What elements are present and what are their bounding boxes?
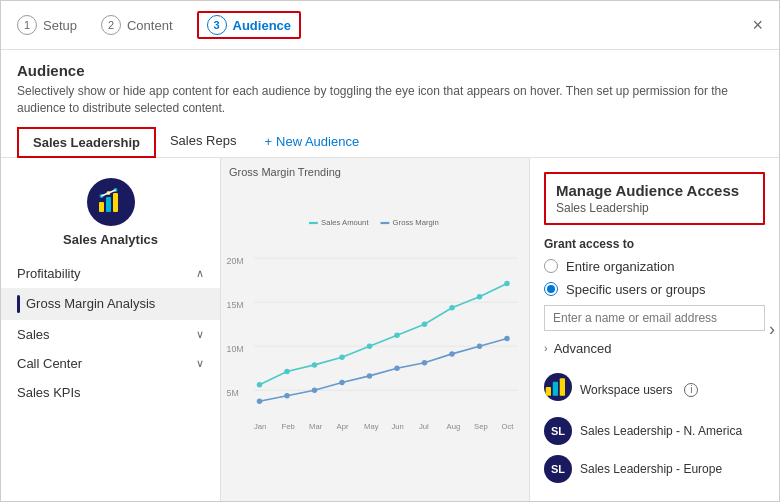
chart-label: Gross Margin Trending	[229, 166, 341, 178]
advanced-label: Advanced	[554, 341, 612, 356]
nav-label-call-center: Call Center	[17, 356, 82, 371]
step-content[interactable]: 2 Content	[101, 15, 173, 35]
svg-point-17	[339, 354, 345, 360]
svg-point-33	[504, 335, 510, 341]
svg-point-19	[394, 332, 400, 338]
nav-label-sales-kpis: Sales KPIs	[17, 385, 81, 400]
svg-point-23	[504, 280, 510, 286]
svg-point-20	[422, 321, 428, 327]
radio-specific-users-label: Specific users or groups	[566, 282, 705, 297]
radio-specific-users[interactable]: Specific users or groups	[544, 282, 765, 297]
workspace-users-label: Workspace users	[580, 383, 672, 397]
avatar-na: SL	[544, 417, 572, 445]
svg-point-21	[449, 305, 455, 311]
advanced-row[interactable]: › Advanced	[544, 341, 765, 356]
new-audience-label: New Audience	[276, 134, 359, 149]
nav-item-call-center[interactable]: Call Center ∨	[1, 349, 220, 378]
svg-point-27	[339, 379, 345, 385]
tab-sales-reps[interactable]: Sales Reps	[156, 127, 250, 156]
radio-specific-users-circle	[544, 282, 558, 296]
nav-label-gross-margin: Gross Margin Analysis	[26, 296, 155, 311]
plus-icon: +	[264, 134, 272, 149]
user-item-europe: SL Sales Leadership - Europe	[544, 450, 765, 488]
chevron-sales: ∨	[196, 328, 204, 341]
modal-container: 1 Setup 2 Content 3 Audience × Audience …	[0, 0, 780, 502]
app-name: Sales Analytics	[63, 232, 158, 247]
user-name-na: Sales Leadership - N. America	[580, 424, 742, 438]
preview-area: Gross Margin Trending 20M 15M 10M 5M	[221, 158, 529, 501]
svg-text:15M: 15M	[227, 299, 244, 309]
info-icon[interactable]: i	[684, 383, 698, 397]
chevron-advanced-icon: ›	[544, 342, 548, 354]
manage-access-box: Manage Audience Access Sales Leadership	[544, 172, 765, 225]
svg-point-15	[284, 368, 290, 374]
svg-point-28	[367, 373, 373, 379]
close-button[interactable]: ×	[752, 15, 763, 36]
svg-rect-1	[106, 197, 111, 212]
svg-text:Feb: Feb	[282, 421, 295, 430]
chevron-profitability: ∧	[196, 267, 204, 280]
radio-entire-org-label: Entire organization	[566, 259, 674, 274]
svg-text:Jul: Jul	[419, 421, 429, 430]
manage-access-title: Manage Audience Access	[556, 182, 753, 199]
right-expand-icon[interactable]: ›	[769, 319, 775, 340]
grant-access-label: Grant access to	[544, 237, 765, 251]
svg-text:Jun: Jun	[392, 421, 404, 430]
nav-item-sales[interactable]: Sales ∨	[1, 320, 220, 349]
chart-svg: 20M 15M 10M 5M	[221, 158, 529, 501]
svg-point-30	[422, 360, 428, 366]
svg-point-31	[449, 351, 455, 357]
svg-rect-34	[309, 221, 318, 223]
svg-text:Sep: Sep	[474, 421, 488, 430]
svg-point-22	[477, 294, 483, 300]
main-content: Sales Analytics Profitability ∧ Gross Ma…	[1, 158, 779, 501]
svg-point-16	[312, 362, 318, 368]
nav-item-gross-margin[interactable]: Gross Margin Analysis	[1, 288, 220, 320]
step-number-audience: 3	[207, 15, 227, 35]
left-nav: Sales Analytics Profitability ∧ Gross Ma…	[1, 158, 221, 501]
audience-section: Audience Selectively show or hide app co…	[1, 50, 779, 127]
svg-text:20M: 20M	[227, 255, 244, 265]
svg-text:Aug: Aug	[447, 421, 461, 430]
audience-title: Audience	[17, 62, 763, 79]
svg-text:Oct: Oct	[501, 421, 514, 430]
nav-item-sales-kpis[interactable]: Sales KPIs	[1, 378, 220, 407]
step-setup[interactable]: 1 Setup	[17, 15, 77, 35]
step-number-setup: 1	[17, 15, 37, 35]
tab-sales-leadership[interactable]: Sales Leadership	[17, 127, 156, 158]
audience-description: Selectively show or hide app content for…	[17, 83, 763, 117]
svg-rect-48	[546, 387, 551, 396]
svg-point-18	[367, 343, 373, 349]
active-indicator	[17, 295, 20, 313]
svg-rect-2	[113, 193, 118, 212]
workspace-icon	[544, 373, 572, 401]
svg-text:Sales Amount: Sales Amount	[321, 218, 369, 227]
app-icon	[87, 178, 135, 226]
steps-header: 1 Setup 2 Content 3 Audience ×	[1, 1, 779, 50]
svg-point-24	[257, 398, 263, 404]
svg-text:10M: 10M	[227, 343, 244, 353]
audience-tabs: Sales Leadership Sales Reps + New Audien…	[1, 127, 779, 158]
svg-rect-0	[99, 202, 104, 212]
svg-point-32	[477, 343, 483, 349]
step-audience[interactable]: 3 Audience	[197, 11, 302, 39]
workspace-users-header: Workspace users i	[544, 368, 765, 412]
svg-text:Gross Margin: Gross Margin	[393, 218, 439, 227]
svg-rect-36	[381, 221, 390, 223]
svg-point-25	[284, 393, 290, 399]
manage-access-subtitle: Sales Leadership	[556, 201, 753, 215]
svg-point-14	[257, 382, 263, 388]
right-panel: Manage Audience Access Sales Leadership …	[529, 158, 779, 501]
user-item-na: SL Sales Leadership - N. America	[544, 412, 765, 450]
avatar-europe: SL	[544, 455, 572, 483]
new-audience-button[interactable]: + New Audience	[260, 128, 363, 155]
step-number-content: 2	[101, 15, 121, 35]
svg-text:Mar: Mar	[309, 421, 323, 430]
name-email-input[interactable]	[544, 305, 765, 331]
svg-rect-49	[553, 381, 558, 395]
radio-entire-org[interactable]: Entire organization	[544, 259, 765, 274]
svg-rect-50	[560, 378, 565, 396]
app-icon-area: Sales Analytics	[1, 170, 220, 259]
radio-entire-org-circle	[544, 259, 558, 273]
nav-item-profitability[interactable]: Profitability ∧	[1, 259, 220, 288]
